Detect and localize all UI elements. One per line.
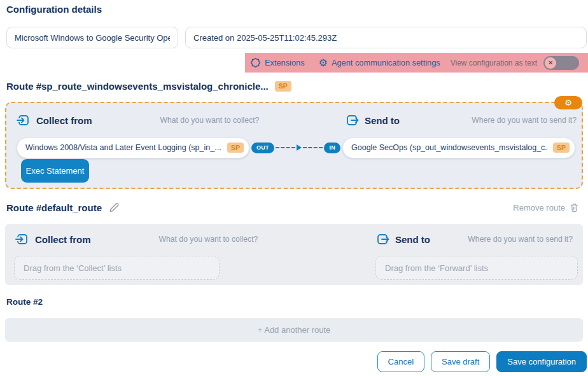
source-pill[interactable]: Windows 2008/Vista and Later Event Loggi… <box>17 137 249 158</box>
save-configuration-button[interactable]: Save configuration <box>496 351 587 372</box>
send-hint: Where do you want to send it? <box>472 116 577 125</box>
config-name-input[interactable] <box>6 27 178 48</box>
collect-icon <box>15 232 29 246</box>
out-badge: OUT <box>251 143 274 153</box>
collect-drop-zone[interactable]: Drag from the ‘Collect’ lists <box>14 256 220 280</box>
footer-actions: Cancel Save draft Save configuration <box>377 351 587 372</box>
configuration-page: Configuration details Extensions ⚙ Agent… <box>0 0 588 376</box>
source-sp-badge: SP <box>227 143 244 153</box>
route1-title: Route #sp_route_windowsevents_msvistalog… <box>6 81 269 92</box>
collect-from-label: Collect from <box>35 234 91 245</box>
send-hint: Where do you want to send it? <box>468 235 573 244</box>
route3-title: Route #2 <box>6 297 43 307</box>
route1-collect-header: Collect from What do you want to collect… <box>17 113 259 127</box>
add-another-route-button[interactable]: + Add another route <box>5 318 583 342</box>
route1-send-header: Send to Where do you want to send it? <box>345 113 577 127</box>
destination-pill-label: Google SecOps (sp_out_windowsevents_msvi… <box>351 143 548 152</box>
save-draft-button[interactable]: Save draft <box>431 351 490 372</box>
send-to-label: Send to <box>395 234 430 245</box>
connector-arrow-icon <box>297 144 302 151</box>
send-icon <box>375 232 389 246</box>
extensions-label: Extensions <box>265 58 305 67</box>
remove-route-label: Remove route <box>513 203 565 212</box>
extensions-button[interactable]: Extensions <box>250 57 305 68</box>
extensions-seal-icon <box>250 57 261 68</box>
exec-statement-button[interactable]: Exec Statement <box>21 159 89 183</box>
cancel-button[interactable]: Cancel <box>377 351 424 372</box>
collect-hint: What do you want to collect? <box>160 116 260 125</box>
send-to-label: Send to <box>365 115 400 126</box>
view-as-text-label: View configuration as text <box>451 59 538 67</box>
config-toolbar: Extensions ⚙ Agent communication setting… <box>245 53 588 73</box>
send-icon <box>345 113 359 127</box>
in-badge: IN <box>324 143 340 153</box>
route2-title-row: Route #default_route <box>6 202 120 213</box>
gear-icon: ⚙ <box>319 58 328 68</box>
connector-dash-right <box>303 147 323 148</box>
destination-sp-badge: SP <box>553 143 570 153</box>
destination-pill[interactable]: Google SecOps (sp_out_windowsevents_msvi… <box>342 137 575 158</box>
route3-title-row: Route #2 <box>6 297 43 307</box>
toggle-x-icon: ✕ <box>548 59 553 66</box>
view-as-text-toggle[interactable]: ✕ <box>543 56 579 70</box>
collect-hint: What do you want to collect? <box>159 235 258 244</box>
gear-icon: ⚙ <box>564 99 572 107</box>
route-settings-button[interactable]: ⚙ <box>554 96 582 109</box>
agent-settings-label: Agent communication settings <box>332 58 440 67</box>
route2-send-header: Send to Where do you want to send it? <box>375 232 573 246</box>
route2-collect-header: Collect from What do you want to collect… <box>15 232 258 246</box>
trash-icon <box>570 202 579 212</box>
edit-route-icon[interactable] <box>108 202 120 213</box>
remove-route-button[interactable]: Remove route <box>513 202 579 212</box>
connector-dash-left <box>276 147 295 148</box>
agent-communication-settings-button[interactable]: ⚙ Agent communication settings <box>319 58 440 68</box>
page-title: Configuration details <box>6 4 102 15</box>
toggle-off-knob: ✕ <box>545 57 556 69</box>
route1-box: ⚙ Collect from What do you want to colle… <box>5 102 583 189</box>
collect-from-label: Collect from <box>36 115 92 126</box>
route2-title: Route #default_route <box>6 202 102 213</box>
route1-sp-badge: SP <box>275 81 291 92</box>
route2-box: Collect from What do you want to collect… <box>5 224 583 285</box>
collect-icon <box>17 113 31 127</box>
route1-title-row: Route #sp_route_windowsevents_msvistalog… <box>6 81 291 92</box>
forward-drop-zone[interactable]: Drag from the ‘Forward’ lists <box>375 256 578 280</box>
source-pill-label: Windows 2008/Vista and Later Event Loggi… <box>25 143 222 152</box>
route-connector: OUT IN <box>251 143 340 153</box>
route1-pipeline: Windows 2008/Vista and Later Event Loggi… <box>17 137 575 158</box>
created-timestamp-input[interactable] <box>185 27 587 48</box>
